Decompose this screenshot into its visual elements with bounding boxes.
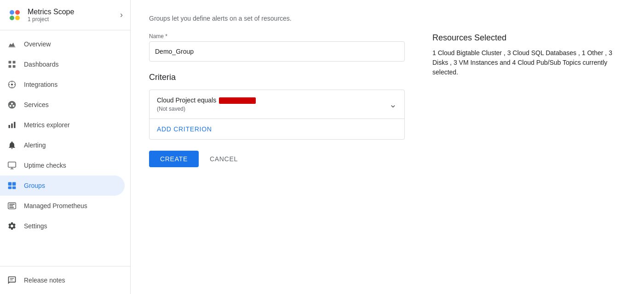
svg-point-8 xyxy=(11,84,13,85)
svg-rect-5 xyxy=(13,61,16,64)
svg-point-11 xyxy=(9,84,10,85)
criterion-row: Cloud Project equals (Not saved) ⌄ xyxy=(150,90,404,119)
svg-point-10 xyxy=(12,87,13,88)
svg-rect-16 xyxy=(8,162,16,168)
sidebar-item-groups[interactable]: Groups xyxy=(0,175,125,196)
sidebar-nav: Overview Dashboards Integrations Service… xyxy=(0,30,130,266)
svg-rect-15 xyxy=(14,122,15,128)
criterion-redacted-value xyxy=(219,97,256,104)
svg-rect-17 xyxy=(8,182,12,186)
groups-icon xyxy=(7,181,17,190)
integrations-icon xyxy=(7,80,17,89)
add-criterion-button[interactable]: ADD CRITERION xyxy=(157,125,212,133)
svg-rect-23 xyxy=(9,205,13,206)
sidebar-subtitle: 1 project xyxy=(28,16,115,23)
svg-rect-4 xyxy=(9,61,12,64)
gear-icon xyxy=(7,221,17,231)
svg-point-3 xyxy=(15,16,20,20)
sidebar-item-label: Dashboards xyxy=(24,61,59,68)
sidebar-item-label: Overview xyxy=(24,40,51,48)
chart-icon xyxy=(7,40,17,49)
svg-point-12 xyxy=(14,84,16,85)
criterion-expand-icon[interactable]: ⌄ xyxy=(389,99,397,110)
sidebar-item-label: Alerting xyxy=(24,141,46,149)
sidebar-title: Metrics Scope xyxy=(28,7,115,16)
name-label: Name * xyxy=(149,33,405,40)
create-button[interactable]: CREATE xyxy=(149,151,199,167)
sidebar-item-label: Uptime checks xyxy=(24,162,66,169)
bell-icon xyxy=(7,141,17,150)
svg-rect-19 xyxy=(8,187,12,189)
sidebar-header[interactable]: Metrics Scope 1 project › xyxy=(0,0,130,30)
svg-point-0 xyxy=(10,10,14,15)
action-buttons: CREATE CANCEL xyxy=(149,151,405,167)
sidebar-item-uptime-checks[interactable]: Uptime checks xyxy=(0,155,125,175)
sidebar-item-label: Managed Prometheus xyxy=(24,202,87,209)
main-content: Groups let you define alerts on a set of… xyxy=(131,0,644,294)
sidebar-chevron-icon: › xyxy=(120,10,123,20)
right-column: Resources Selected 1 Cloud Bigtable Clus… xyxy=(432,33,626,167)
sidebar-item-label: Integrations xyxy=(24,81,58,88)
page-description: Groups let you define alerts on a set of… xyxy=(149,15,626,22)
uptime-icon xyxy=(7,161,17,170)
sidebar-item-overview[interactable]: Overview xyxy=(0,34,125,54)
svg-rect-26 xyxy=(10,280,13,280)
bar-chart-icon xyxy=(7,120,17,130)
svg-rect-14 xyxy=(11,124,12,128)
criterion-content: Cloud Project equals (Not saved) xyxy=(157,96,389,112)
notes-icon xyxy=(7,276,17,285)
sidebar-item-label: Settings xyxy=(24,222,47,230)
svg-rect-7 xyxy=(13,65,16,68)
sidebar: Metrics Scope 1 project › Overview Dashb… xyxy=(0,0,131,294)
svg-point-1 xyxy=(15,10,20,15)
sidebar-item-label: Groups xyxy=(24,182,45,189)
cancel-button[interactable]: CANCEL xyxy=(206,151,242,167)
sidebar-item-label: Metrics explorer xyxy=(24,121,70,129)
resources-description: 1 Cloud Bigtable Cluster , 3 Cloud SQL D… xyxy=(432,48,626,77)
sidebar-item-integrations[interactable]: Integrations xyxy=(0,74,125,95)
add-criterion-row: ADD CRITERION xyxy=(150,119,404,139)
criteria-title: Criteria xyxy=(149,73,405,82)
svg-rect-24 xyxy=(9,207,14,208)
prometheus-icon xyxy=(7,201,17,210)
criteria-box: Cloud Project equals (Not saved) ⌄ ADD C… xyxy=(149,90,405,140)
svg-rect-22 xyxy=(9,204,15,205)
metrics-scope-logo xyxy=(7,8,22,23)
sidebar-title-group: Metrics Scope 1 project xyxy=(28,7,115,23)
svg-rect-20 xyxy=(12,187,16,189)
resources-title: Resources Selected xyxy=(432,33,626,43)
sidebar-item-settings[interactable]: Settings xyxy=(0,216,125,236)
criterion-text: Cloud Project equals xyxy=(157,96,216,104)
name-form-group: Name * xyxy=(149,33,405,62)
sidebar-item-label: Release notes xyxy=(24,277,65,284)
sidebar-item-alerting[interactable]: Alerting xyxy=(0,135,125,155)
grid-icon xyxy=(7,60,17,69)
sidebar-item-services[interactable]: Services xyxy=(0,95,125,115)
left-column: Name * Criteria Cloud Project equals (No… xyxy=(149,33,405,167)
sidebar-footer: Release notes xyxy=(0,266,130,294)
sidebar-item-dashboards[interactable]: Dashboards xyxy=(0,54,125,74)
svg-rect-6 xyxy=(9,65,12,68)
sidebar-item-managed-prometheus[interactable]: Managed Prometheus xyxy=(0,196,125,216)
criterion-sub-text: (Not saved) xyxy=(157,106,389,112)
svg-rect-13 xyxy=(9,125,10,128)
criteria-section: Criteria Cloud Project equals (Not saved… xyxy=(149,73,405,140)
sidebar-item-release-notes[interactable]: Release notes xyxy=(0,270,125,290)
svg-point-2 xyxy=(10,16,14,20)
two-col-layout: Name * Criteria Cloud Project equals (No… xyxy=(149,33,626,167)
services-icon xyxy=(7,100,17,109)
svg-rect-25 xyxy=(10,278,14,279)
name-input[interactable] xyxy=(149,41,405,62)
svg-point-9 xyxy=(12,81,13,83)
criterion-main-text: Cloud Project equals xyxy=(157,96,389,104)
svg-rect-18 xyxy=(12,182,16,186)
sidebar-item-label: Services xyxy=(24,101,49,108)
sidebar-item-metrics-explorer[interactable]: Metrics explorer xyxy=(0,115,125,135)
